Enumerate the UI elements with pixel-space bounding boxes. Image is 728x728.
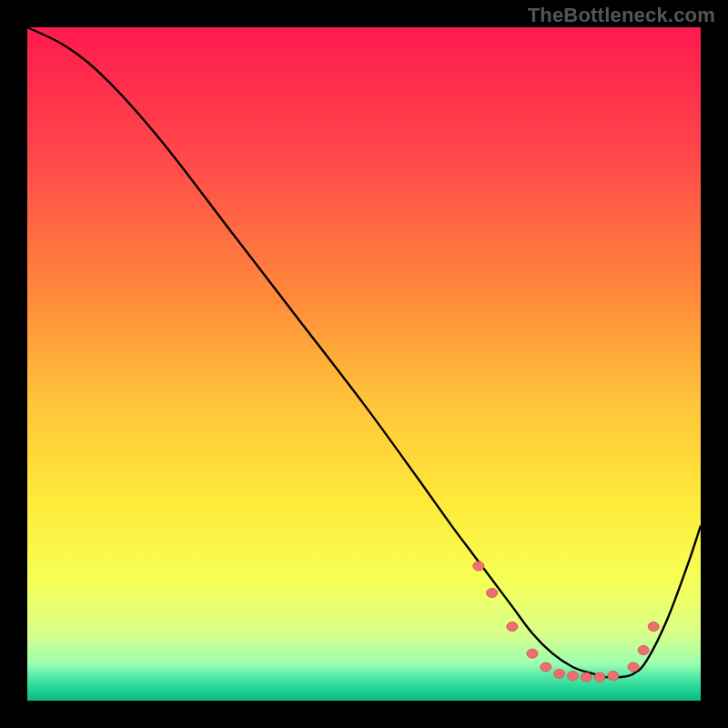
watermark-text: TheBottleneck.com [528, 4, 715, 27]
chart-marker [648, 622, 659, 632]
chart-marker [527, 649, 538, 658]
chart-marker [487, 589, 498, 598]
chart-marker [638, 646, 649, 655]
chart-marker [541, 662, 551, 672]
chart-marker [473, 561, 484, 571]
chart-marker [507, 622, 518, 632]
chart-marker [567, 672, 578, 681]
chart-marker [608, 672, 619, 681]
chart-marker [554, 669, 565, 678]
chart-background [27, 27, 701, 701]
chart-frame: TheBottleneck.com [0, 0, 728, 728]
chart-marker [594, 672, 605, 682]
chart-marker [581, 672, 592, 682]
chart-marker [628, 662, 639, 672]
bottleneck-chart [0, 0, 728, 728]
